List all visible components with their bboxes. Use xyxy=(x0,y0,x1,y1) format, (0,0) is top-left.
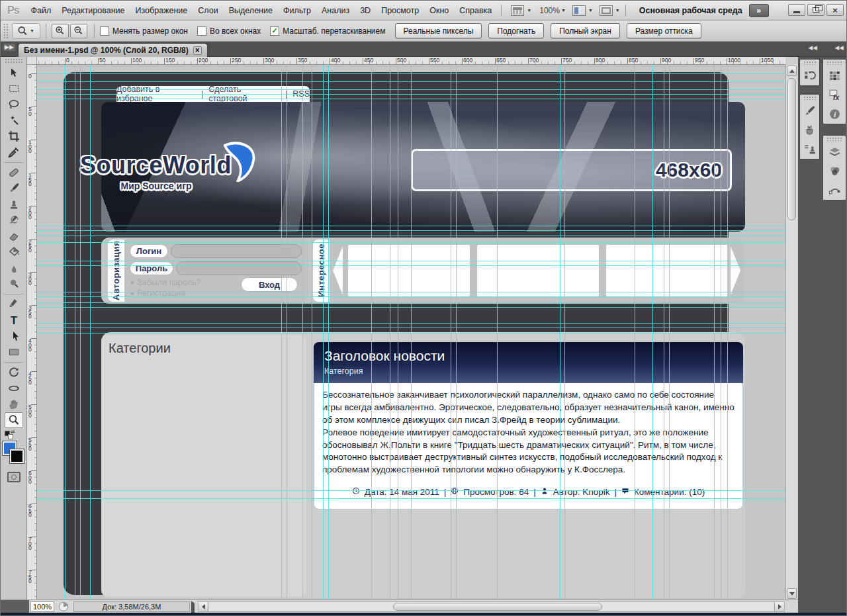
styles-panel-button[interactable]: fx xyxy=(825,85,844,104)
path-select-tool[interactable] xyxy=(5,328,23,344)
login-input[interactable] xyxy=(171,244,302,258)
eyedropper-tool[interactable] xyxy=(5,144,23,160)
dock-collapse-icon[interactable]: ◀◀ xyxy=(826,44,846,52)
history-brush-tool[interactable] xyxy=(5,212,23,228)
minimize-button[interactable] xyxy=(788,4,805,16)
current-tool-zoom[interactable]: ▼ xyxy=(12,23,40,39)
hand-tool[interactable] xyxy=(5,396,23,412)
status-zoom-field[interactable]: 100% xyxy=(30,601,54,612)
news-category[interactable]: Категория xyxy=(324,367,733,376)
clone-stamp-tool[interactable] xyxy=(5,197,23,212)
tab-close-icon[interactable]: × xyxy=(193,46,202,55)
vertical-scrollbar-thumb[interactable] xyxy=(787,78,796,220)
history-panel-button[interactable] xyxy=(801,66,819,85)
channels-panel-button[interactable] xyxy=(825,161,844,180)
checkbox-resize-windows[interactable]: Менять размер окон xyxy=(100,26,188,36)
horizontal-scrollbar-thumb[interactable] xyxy=(393,603,602,611)
scrubby-zoom-checkbox-box[interactable]: ✓ xyxy=(270,26,279,36)
rotate-3d-tool[interactable] xyxy=(5,365,23,380)
tools-panel-grip[interactable] xyxy=(5,58,22,64)
document-canvas[interactable]: Добавить в избраное|Сделать стартовой|RS… xyxy=(37,65,785,599)
move-tool[interactable] xyxy=(5,65,23,81)
clone-source-panel-button[interactable] xyxy=(801,140,819,158)
zoom-tool[interactable] xyxy=(5,412,23,428)
actual-pixels-button[interactable]: Реальные пикселы xyxy=(395,23,482,38)
pen-tool[interactable] xyxy=(5,296,23,312)
close-button[interactable]: × xyxy=(826,4,844,16)
scroll-down-icon[interactable] xyxy=(787,588,797,599)
type-tool[interactable]: T xyxy=(5,312,23,328)
tool-presets-panel-button[interactable] xyxy=(801,120,819,139)
lasso-tool[interactable] xyxy=(5,97,23,112)
login-submit-button[interactable]: Вход xyxy=(241,277,298,292)
chevron-down-icon[interactable]: ▼ xyxy=(588,8,593,13)
carousel-prev-arrow-icon[interactable] xyxy=(333,246,343,295)
quick-select-tool[interactable] xyxy=(5,112,23,128)
options-grip[interactable] xyxy=(3,23,8,39)
layers-panel-button[interactable] xyxy=(825,142,844,161)
dock-collapse-icon[interactable]: ◀◀ xyxy=(800,44,820,52)
view-extras-icon[interactable] xyxy=(511,5,524,16)
carousel-slide[interactable] xyxy=(477,245,599,296)
marquee-tool[interactable] xyxy=(5,81,23,97)
dock-panel-grip[interactable] xyxy=(826,61,842,65)
paint-bucket-tool[interactable] xyxy=(5,244,23,260)
carousel-next-arrow-icon[interactable] xyxy=(731,246,740,295)
arrange-documents-icon[interactable] xyxy=(572,5,586,16)
fit-screen-button[interactable]: Подогнать xyxy=(488,23,544,38)
menu-item-window[interactable]: Окно xyxy=(424,3,454,18)
menu-item-edit[interactable]: Редактирование xyxy=(56,3,130,18)
quick-mask-button[interactable] xyxy=(7,472,21,482)
vertical-scrollbar[interactable] xyxy=(785,65,797,599)
print-size-button[interactable]: Размер оттиска xyxy=(627,23,701,38)
menu-item-select[interactable]: Выделение xyxy=(224,3,278,18)
ruler-origin-corner[interactable] xyxy=(27,57,37,65)
horizontal-scrollbar[interactable] xyxy=(198,601,785,612)
scroll-right-icon[interactable] xyxy=(774,602,784,611)
workspace-selector[interactable]: Основная рабочая среда xyxy=(639,6,742,15)
shape-tool[interactable] xyxy=(5,344,23,360)
menu-item-analysis[interactable]: Анализ xyxy=(316,3,355,18)
screen-mode-icon[interactable] xyxy=(600,5,613,16)
brush-tool[interactable] xyxy=(5,181,23,197)
chevron-down-icon[interactable]: ▼ xyxy=(527,8,531,13)
eraser-tool[interactable] xyxy=(5,228,23,244)
scroll-left-icon[interactable] xyxy=(199,602,208,611)
zoom-in-button[interactable] xyxy=(52,24,69,38)
tools-panel-collapse-icon[interactable]: ▶▶ xyxy=(3,44,15,51)
vertical-ruler[interactable]: 05 01 0 01 5 02 0 02 5 03 0 03 5 04 0 04… xyxy=(27,65,37,599)
menu-item-filter[interactable]: Фильтр xyxy=(278,3,316,18)
restore-button[interactable] xyxy=(807,4,825,16)
menu-item-file[interactable]: Файл xyxy=(26,3,57,18)
default-colors-icon[interactable]: ⇄ xyxy=(5,431,15,440)
swatches-panel-button[interactable] xyxy=(825,66,844,85)
checkbox-scrubby-zoom[interactable]: ✓Масштаб. перетаскиванием xyxy=(270,26,385,36)
checkbox-all-windows[interactable]: Во всех окнах xyxy=(197,26,261,36)
menu-item-image[interactable]: Изображение xyxy=(130,3,193,18)
dock-panel-grip[interactable] xyxy=(826,137,842,141)
forgot-password-link[interactable]: Забыли пароль? xyxy=(131,278,201,287)
dodge-tool[interactable] xyxy=(5,276,23,292)
dock-panel-grip[interactable] xyxy=(803,96,816,100)
chevron-down-icon[interactable]: ▼ xyxy=(561,8,566,13)
orbit-3d-tool[interactable] xyxy=(5,380,23,396)
brushes-panel-button[interactable] xyxy=(801,101,819,120)
info-panel-button[interactable]: i xyxy=(825,105,844,123)
smudge-tool[interactable] xyxy=(5,260,23,276)
carousel-slide[interactable] xyxy=(606,245,728,296)
menu-item-help[interactable]: Справка xyxy=(454,3,497,18)
password-input[interactable] xyxy=(176,261,302,275)
all-windows-checkbox-box[interactable] xyxy=(197,26,206,36)
crop-tool[interactable] xyxy=(5,128,23,144)
healing-tool[interactable] xyxy=(5,165,23,181)
document-tab[interactable]: Без имени-1.psd @ 100% (Слой 20, RGB/8) … xyxy=(18,43,208,57)
menu-item-layers[interactable]: Слои xyxy=(193,3,223,18)
menu-item-3d[interactable]: 3D xyxy=(355,3,376,18)
carousel-slide[interactable] xyxy=(348,245,470,296)
menu-item-view[interactable]: Просмотр xyxy=(376,3,424,18)
scroll-up-icon[interactable] xyxy=(787,66,797,76)
horizontal-ruler[interactable]: 0501001502002503003504004505005506006507… xyxy=(37,57,785,65)
zoom-out-button[interactable] xyxy=(70,24,87,38)
background-color-swatch[interactable] xyxy=(10,449,24,463)
resize-windows-checkbox-box[interactable] xyxy=(100,26,109,36)
